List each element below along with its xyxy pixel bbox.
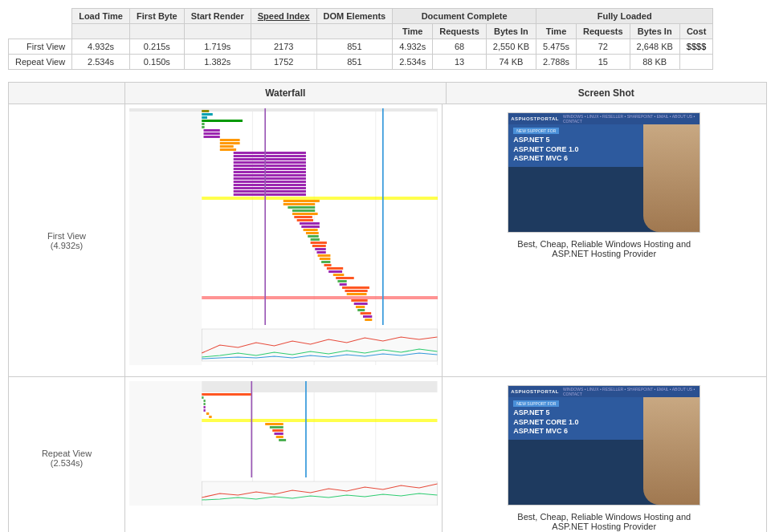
empty-subheader — [9, 24, 72, 39]
svg-rect-44 — [301, 225, 320, 228]
svg-rect-24 — [234, 161, 306, 164]
th-fl-req: Requests — [577, 24, 630, 39]
th-fully-loaded: Fully Loaded — [536, 9, 713, 24]
svg-rect-56 — [324, 264, 332, 266]
svg-rect-72 — [363, 315, 372, 318]
ss-nav-rv: WINDOWS • LINUX • RESELLER • SHAREPOINT … — [563, 387, 697, 396]
repeat-view-waterfall-chart[interactable] — [125, 377, 443, 532]
rv-doc-requests: 13 — [433, 55, 487, 70]
rv-doc-time: 2.534s — [393, 55, 433, 70]
svg-rect-26 — [234, 168, 306, 170]
first-view-screenshot-cell: ASPHOSTPORTAL WINDOWS • LINUX • RESELLER… — [443, 104, 767, 376]
rv-speed-index: 1752 — [251, 55, 316, 70]
rv-cost — [679, 55, 712, 70]
svg-rect-94 — [270, 426, 283, 428]
row-label-fv: First View — [9, 39, 72, 55]
svg-rect-8 — [202, 110, 209, 112]
waterfall-header-row: Waterfall Screen Shot — [9, 83, 766, 104]
svg-rect-49 — [311, 242, 327, 244]
svg-rect-57 — [327, 267, 343, 270]
waterfall-header-waterfall: Waterfall — [125, 83, 447, 104]
fv-doc-time: 4.932s — [393, 39, 433, 55]
svg-rect-96 — [274, 433, 283, 435]
th-lt2 — [72, 24, 130, 39]
first-view-waterfall-chart[interactable] — [125, 104, 443, 376]
first-view-waterfall-img — [129, 108, 438, 365]
ss-nav-fv: WINDOWS • LINUX • RESELLER • SHAREPOINT … — [563, 114, 697, 124]
svg-rect-12 — [202, 123, 204, 125]
repeat-view-label: Repeat View (2.534s) — [9, 377, 125, 532]
svg-rect-62 — [340, 283, 347, 286]
table-row: First View 4.932s 0.215s 1.719s 2173 851… — [9, 39, 713, 55]
ss-badge-rv: NEW SUPPORT FOR — [513, 400, 559, 407]
svg-rect-21 — [234, 152, 306, 154]
rv-load-time: 2.534s — [72, 55, 130, 70]
th-fl-time: Time — [536, 24, 577, 39]
svg-rect-53 — [318, 254, 331, 257]
svg-rect-87 — [203, 403, 205, 405]
rv-fl-requests: 15 — [577, 55, 630, 70]
svg-rect-27 — [234, 171, 306, 173]
svg-rect-34 — [234, 193, 306, 196]
svg-rect-60 — [336, 277, 354, 279]
rv-dom-elements: 851 — [316, 55, 393, 70]
svg-rect-61 — [337, 280, 346, 282]
summary-table: Load Time First Byte Start Render Speed … — [8, 8, 713, 70]
svg-rect-14 — [203, 129, 219, 132]
svg-rect-58 — [328, 270, 342, 273]
svg-rect-89 — [203, 409, 205, 412]
waterfall-section: Waterfall Screen Shot First View (4.932s… — [8, 82, 767, 532]
fv-fl-requests: 72 — [577, 39, 630, 55]
rv-fl-time: 2.788s — [536, 55, 577, 70]
fv-fl-bytes: 2,648 KB — [630, 39, 679, 55]
repeat-view-screenshot-img: ASPHOSTPORTAL WINDOWS • LINUX • RESELLER… — [508, 385, 700, 506]
svg-rect-33 — [234, 190, 306, 193]
svg-rect-101 — [202, 481, 437, 506]
summary-table-wrapper: Load Time First Byte Start Render Speed … — [8, 8, 767, 70]
ss-person-fv — [643, 124, 700, 232]
first-view-screenshot-img: ASPHOSTPORTAL WINDOWS • LINUX • RESELLER… — [508, 112, 700, 233]
svg-rect-38 — [288, 206, 315, 209]
svg-rect-46 — [306, 232, 319, 234]
th-dom-elements: DOM Elements — [316, 9, 393, 24]
svg-rect-97 — [276, 436, 283, 438]
svg-rect-17 — [220, 139, 240, 141]
svg-rect-9 — [202, 113, 213, 116]
th-fl-bytes: Bytes In — [630, 24, 679, 39]
fv-doc-requests: 68 — [433, 39, 487, 55]
rv-start-render: 1.382s — [184, 55, 251, 70]
svg-rect-30 — [234, 181, 306, 183]
svg-rect-54 — [320, 258, 331, 260]
svg-rect-71 — [361, 312, 372, 315]
svg-rect-28 — [234, 174, 306, 177]
svg-rect-39 — [292, 209, 315, 212]
svg-rect-93 — [265, 423, 283, 425]
svg-rect-91 — [209, 416, 211, 418]
fv-fl-time: 5.475s — [536, 39, 577, 55]
svg-rect-7 — [129, 108, 438, 112]
waterfall-header-screenshot: Screen Shot — [447, 83, 767, 104]
first-view-screenshot-mock: ASPHOSTPORTAL WINDOWS • LINUX • RESELLER… — [508, 113, 700, 232]
th-de2 — [316, 24, 393, 39]
svg-rect-88 — [203, 406, 205, 408]
fv-load-time: 4.932s — [72, 39, 130, 55]
svg-rect-67 — [351, 299, 367, 302]
empty-header — [9, 9, 72, 24]
th-fl-cost: Cost — [679, 24, 712, 39]
repeat-view-screenshot-caption: Best, Cheap, Reliable Windows Hosting an… — [508, 512, 700, 531]
svg-rect-10 — [202, 116, 207, 119]
th-doc-time: Time — [393, 24, 433, 39]
first-view-label: First View (4.932s) — [9, 104, 125, 376]
svg-rect-52 — [316, 251, 325, 254]
svg-rect-31 — [234, 184, 306, 186]
svg-rect-98 — [279, 439, 286, 441]
th-doc-bytes: Bytes In — [486, 24, 536, 39]
svg-rect-92 — [202, 419, 437, 422]
svg-rect-82 — [129, 381, 202, 506]
svg-rect-25 — [234, 164, 306, 167]
repeat-view-screenshot-mock: ASPHOSTPORTAL WINDOWS • LINUX • RESELLER… — [508, 386, 700, 505]
th-doc-complete: Document Complete — [393, 9, 536, 24]
fv-start-render: 1.719s — [184, 39, 251, 55]
svg-rect-65 — [347, 293, 367, 295]
repeat-view-waterfall-svg — [129, 381, 438, 506]
